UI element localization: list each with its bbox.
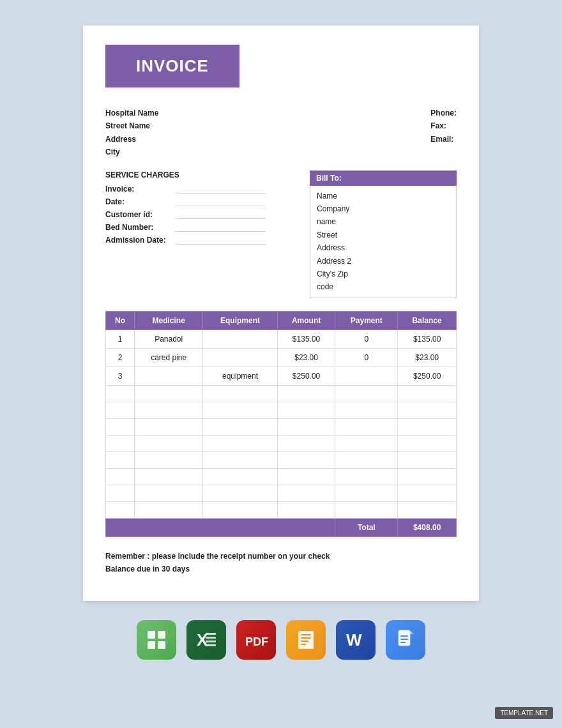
svg-rect-1 [158, 631, 165, 639]
cell-equipment [203, 330, 277, 348]
total-empty [106, 518, 335, 536]
numbers-icon[interactable] [137, 620, 176, 660]
email-field: Email: [430, 133, 457, 146]
col-equipment: Equipment [203, 311, 277, 330]
cell-amount: $250.00 [277, 367, 335, 385]
col-medicine: Medicine [135, 311, 203, 330]
hospital-address-line: Address [105, 133, 158, 146]
cell-payment [335, 367, 398, 385]
cell-medicine: Panadol [135, 330, 203, 348]
note-line1: Remember : please include the receipt nu… [105, 550, 457, 563]
service-charges-title: SERVICE CHARGES [105, 171, 265, 179]
svg-rect-11 [301, 634, 311, 635]
pdf-icon[interactable]: PDF [236, 620, 276, 660]
address-section: Hospital Name Street Name Address City P… [105, 107, 457, 159]
cell-balance: $135.00 [398, 330, 457, 348]
svg-rect-12 [301, 637, 311, 639]
total-value: $408.00 [398, 518, 457, 536]
cell-amount: $23.00 [277, 348, 335, 367]
svg-rect-5 [206, 633, 216, 635]
table-empty-row [106, 435, 457, 451]
svg-rect-0 [148, 631, 155, 639]
table-row: 1 Panadol $135.00 0 $135.00 [106, 330, 457, 348]
admission-date-field: Admission Date: [105, 236, 265, 245]
svg-text:W: W [346, 630, 362, 649]
bill-to-address2: Address 2 [317, 255, 450, 268]
bill-to-name2: name [317, 215, 450, 228]
table-empty-row [106, 402, 457, 418]
table-row: 2 cared pine $23.00 0 $23.00 [106, 348, 457, 367]
svg-rect-3 [158, 641, 165, 649]
total-label: Total [335, 518, 398, 536]
customer-id-field: Customer id: [105, 210, 265, 219]
svg-rect-20 [400, 639, 408, 640]
table-total-row: Total $408.00 [106, 518, 457, 536]
fax-field: Fax: [430, 119, 457, 132]
bed-number-field: Bed Number: [105, 223, 265, 232]
cell-no: 1 [106, 330, 135, 348]
svg-rect-21 [400, 642, 406, 643]
hospital-city: City [105, 146, 158, 158]
svg-rect-7 [206, 641, 216, 642]
note-line2: Balance due in 30 days [105, 563, 457, 575]
svg-rect-10 [298, 631, 314, 649]
bill-to-address: Address [317, 241, 450, 254]
service-charges: SERVICE CHARGES Invoice: Date: Customer … [105, 171, 265, 298]
cell-equipment [203, 348, 277, 367]
col-no: No [106, 311, 135, 330]
svg-rect-2 [148, 641, 155, 649]
table-empty-row [106, 501, 457, 518]
bill-to-header: Bill To: [310, 171, 457, 186]
template-badge: TEMPLATE.NET [495, 707, 553, 719]
table-header-row: No Medicine Equipment Amount Payment Bal… [106, 311, 457, 330]
bill-to-code: code [317, 280, 450, 293]
cell-payment: 0 [335, 330, 398, 348]
table-row: 3 equipment $250.00 $250.00 [106, 367, 457, 385]
cell-balance: $250.00 [398, 367, 457, 385]
table-empty-row [106, 418, 457, 435]
cell-no: 3 [106, 367, 135, 385]
pages-icon[interactable] [286, 620, 326, 660]
invoice-document: INVOICE Hospital Name Street Name Addres… [83, 26, 479, 601]
date-field: Date: [105, 197, 265, 206]
svg-rect-19 [400, 635, 408, 637]
hospital-street: Street Name [105, 119, 158, 132]
docs-icon[interactable] [386, 620, 425, 660]
col-amount: Amount [277, 311, 335, 330]
word-icon[interactable]: W [336, 620, 376, 660]
svg-text:PDF: PDF [245, 635, 268, 648]
col-payment: Payment [335, 311, 398, 330]
cell-amount: $135.00 [277, 330, 335, 348]
hospital-name: Hospital Name [105, 107, 158, 119]
hospital-address: Hospital Name Street Name Address City [105, 107, 158, 159]
cell-balance: $23.00 [398, 348, 457, 367]
table-empty-row [106, 451, 457, 468]
notes-section: Remember : please include the receipt nu… [105, 550, 457, 576]
svg-rect-16 [399, 630, 410, 646]
svg-rect-6 [206, 637, 216, 639]
bill-to-section: Bill To: Name Company name Street Addres… [310, 171, 457, 298]
excel-icon[interactable]: X [186, 620, 226, 660]
bill-to-content: Name Company name Street Address Address… [310, 186, 457, 298]
bill-to-name: Name [317, 190, 450, 202]
table-empty-row [106, 385, 457, 402]
bill-to-company: Company [317, 202, 450, 215]
col-balance: Balance [398, 311, 457, 330]
svg-rect-14 [301, 644, 306, 645]
table-empty-row [106, 485, 457, 501]
cell-payment: 0 [335, 348, 398, 367]
invoice-title: INVOICE [105, 45, 239, 87]
contact-info: Phone: Fax: Email: [430, 107, 457, 159]
app-icons-area: X PDF W [137, 620, 425, 660]
table-empty-row [106, 468, 457, 485]
bill-to-city-zip: City's Zip [317, 268, 450, 280]
cell-medicine [135, 367, 203, 385]
invoice-table: No Medicine Equipment Amount Payment Bal… [105, 311, 457, 537]
cell-medicine: cared pine [135, 348, 203, 367]
svg-rect-8 [206, 644, 216, 646]
svg-rect-13 [301, 641, 308, 642]
phone-field: Phone: [430, 107, 457, 119]
service-billing-section: SERVICE CHARGES Invoice: Date: Customer … [105, 171, 457, 298]
invoice-field: Invoice: [105, 185, 265, 193]
bill-to-street: Street [317, 229, 450, 241]
